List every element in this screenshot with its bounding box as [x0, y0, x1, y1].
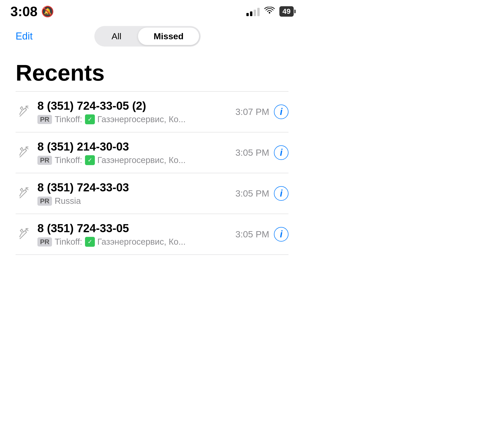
call-subtitle: PR Tinkoff: ✓ Газэнергосервис, Ко...: [37, 237, 229, 247]
nav-bar: Edit All Missed: [0, 21, 304, 52]
call-number: 8 (351) 724-33-03: [37, 181, 229, 194]
call-subtitle: PR Tinkoff: ✓ Газэнергосервис, Ко...: [37, 114, 229, 124]
call-item: 8 (351) 724-33-05 (2) PR Tinkoff: ✓ Газэ…: [16, 92, 288, 132]
outgoing-call-icon: [18, 187, 29, 200]
call-icon-wrap: [16, 105, 31, 119]
call-label: Tinkoff:: [55, 237, 82, 247]
info-button[interactable]: i: [274, 105, 288, 119]
call-org: Газэнергосервис, Ко...: [97, 155, 186, 165]
call-right: 3:07 PM i: [235, 105, 288, 119]
call-subtitle: PR Russia: [37, 196, 229, 206]
info-button[interactable]: i: [274, 227, 288, 242]
call-label: Tinkoff:: [55, 155, 82, 165]
call-right: 3:05 PM i: [235, 186, 288, 201]
call-item: 8 (351) 724-33-05 PR Tinkoff: ✓ Газэнерг…: [16, 214, 288, 255]
outgoing-call-icon: [18, 146, 29, 160]
call-right: 3:05 PM i: [235, 145, 288, 160]
pr-badge: PR: [37, 156, 52, 165]
call-number: 8 (351) 724-33-05: [37, 222, 229, 235]
pr-badge: PR: [37, 237, 52, 246]
status-right-icons: 49: [246, 6, 294, 17]
call-time: 3:07 PM: [235, 107, 269, 117]
call-item: 8 (351) 214-30-03 PR Tinkoff: ✓ Газэнерг…: [16, 132, 288, 173]
pr-badge: PR: [37, 197, 52, 206]
pr-badge: PR: [37, 115, 52, 124]
call-info: 8 (351) 724-33-05 PR Tinkoff: ✓ Газэнерг…: [37, 222, 229, 247]
call-list: 8 (351) 724-33-05 (2) PR Tinkoff: ✓ Газэ…: [0, 92, 304, 255]
call-icon-wrap: [16, 187, 31, 200]
call-item: 8 (351) 724-33-03 PR Russia 3:05 PM i: [16, 173, 288, 214]
call-time: 3:05 PM: [235, 229, 269, 239]
call-subtitle: PR Tinkoff: ✓ Газэнергосервис, Ко...: [37, 155, 229, 165]
call-org: Газэнергосервис, Ко...: [97, 237, 186, 247]
outgoing-call-icon: [18, 105, 29, 119]
signal-bars-icon: [246, 7, 260, 16]
wifi-icon: [264, 6, 275, 17]
call-right: 3:05 PM i: [235, 227, 288, 242]
call-number: 8 (351) 214-30-03: [37, 140, 229, 153]
call-label: Tinkoff:: [55, 114, 82, 124]
call-org: Газэнергосервис, Ко...: [97, 114, 186, 124]
call-label: Russia: [55, 196, 81, 206]
call-info: 8 (351) 724-33-03 PR Russia: [37, 181, 229, 206]
battery-level: 49: [283, 7, 291, 16]
info-button[interactable]: i: [274, 186, 288, 201]
call-number: 8 (351) 724-33-05 (2): [37, 99, 229, 112]
edit-button[interactable]: Edit: [16, 31, 32, 42]
time-display: 3:08: [10, 4, 37, 19]
call-icon-wrap: [16, 146, 31, 160]
verified-check-icon: ✓: [85, 114, 95, 124]
call-info: 8 (351) 724-33-05 (2) PR Tinkoff: ✓ Газэ…: [37, 99, 229, 124]
call-info: 8 (351) 214-30-03 PR Tinkoff: ✓ Газэнерг…: [37, 140, 229, 165]
call-time: 3:05 PM: [235, 188, 269, 199]
verified-check-icon: ✓: [85, 237, 95, 247]
outgoing-call-icon: [18, 228, 29, 241]
status-bar: 3:08 🔕 49: [0, 0, 304, 21]
battery-icon: 49: [279, 6, 294, 17]
mute-icon: 🔕: [41, 5, 54, 18]
info-button[interactable]: i: [274, 145, 288, 160]
call-icon-wrap: [16, 228, 31, 241]
call-time: 3:05 PM: [235, 147, 269, 158]
verified-check-icon: ✓: [85, 155, 95, 165]
status-time: 3:08 🔕: [10, 4, 54, 19]
segment-missed-button[interactable]: Missed: [138, 28, 199, 45]
segment-control: All Missed: [94, 26, 201, 47]
segment-all-button[interactable]: All: [96, 28, 137, 45]
page-title: Recents: [0, 52, 304, 91]
